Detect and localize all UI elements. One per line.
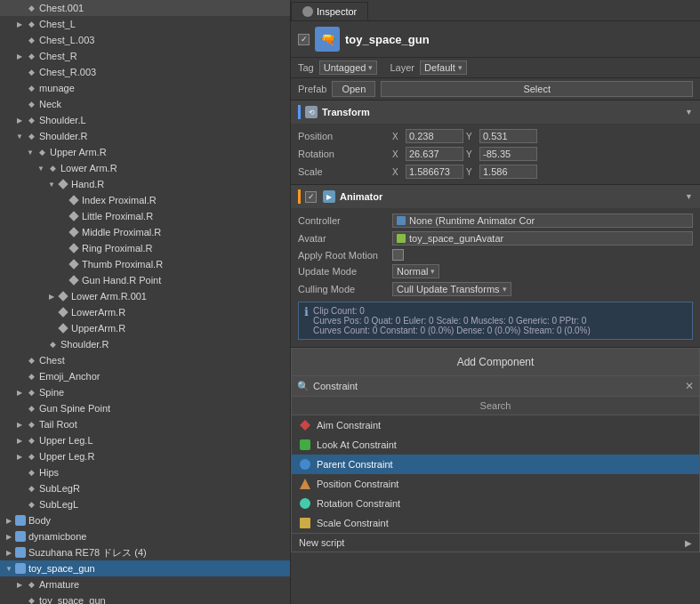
rotation-label: Rotation — [298, 149, 387, 159]
tree-item-body[interactable]: Body — [0, 512, 290, 528]
tree-item-middle_proximal_r[interactable]: Middle Proximal.R — [0, 224, 290, 240]
tree-item-index_proximal_r[interactable]: Index Proximal.R — [0, 192, 290, 208]
tree-item-upperarm_r[interactable]: UpperArm.R — [0, 320, 290, 336]
tree-item-dynamicbone[interactable]: dynamicbone — [0, 528, 290, 544]
constraint-item-scale[interactable]: Scale Constraint — [292, 513, 699, 533]
tree-item-hand_r[interactable]: Hand.R — [0, 176, 290, 192]
tree-item-toy_space_gun[interactable]: toy_space_gun — [0, 560, 290, 576]
tree-item-chest[interactable]: ◆Chest — [0, 352, 290, 368]
tree-item-shoulder_r2[interactable]: ◆Shoulder.R — [0, 336, 290, 352]
tree-item-toy_space_gun2[interactable]: ◆toy_space_gun — [0, 592, 290, 604]
constraint-label-position: Position Constraint — [317, 479, 398, 489]
tree-item-tail_root[interactable]: ◆Tail Root — [0, 416, 290, 432]
pos-x-input[interactable] — [406, 129, 463, 143]
tree-item-shoulder_l[interactable]: ◆Shoulder.L — [0, 112, 290, 128]
search-input[interactable] — [313, 381, 681, 391]
tag-layer-row: Tag Untagged Layer Default — [291, 58, 700, 78]
animator-chevron: ▼ — [685, 192, 693, 201]
tree-item-gun_hand_r[interactable]: Gun Hand.R Point — [0, 272, 290, 288]
tree-item-emoji_anchor[interactable]: ◆Emoji_Anchor — [0, 368, 290, 384]
open-button[interactable]: Open — [332, 81, 375, 97]
tree-item-hips[interactable]: ◆Hips — [0, 464, 290, 480]
tree-item-upper_arm_r[interactable]: ◆Upper Arm.R — [0, 144, 290, 160]
tree-item-neck[interactable]: ◆Neck — [0, 96, 290, 112]
tree-icon-hips: ◆ — [25, 466, 37, 479]
tree-item-thumb_proximal_r[interactable]: Thumb Proximal.R — [0, 256, 290, 272]
tree-icon-shoulder_r2: ◆ — [46, 338, 59, 350]
tree-label-little_proximal_r: Little Proximal.R — [82, 211, 153, 221]
constraint-label-rotation: Rotation Constraint — [317, 498, 400, 509]
new-script-row[interactable]: New script ▶ — [292, 533, 699, 552]
tree-item-little_proximal_r[interactable]: Little Proximal.R — [0, 208, 290, 224]
tree-item-armature[interactable]: ◆Armature — [0, 576, 290, 592]
tree-item-chest001[interactable]: ◆Chest.001 — [0, 0, 290, 16]
update-mode-dropdown[interactable]: Normal — [392, 264, 439, 278]
scale-row: Scale X Y — [298, 163, 693, 181]
culling-mode-dropdown[interactable]: Cull Update Transforms — [392, 282, 511, 296]
tree-icon-chest_r: ◆ — [25, 50, 37, 62]
select-button[interactable]: Select — [381, 81, 693, 97]
tag-label: Tag — [298, 62, 314, 73]
tree-arrow-thumb_proximal_r — [57, 259, 68, 270]
tree-item-shoulder_r[interactable]: ◆Shoulder.R — [0, 128, 290, 144]
transform-body: Position X Y Rotation X Y — [291, 124, 700, 184]
transform-header[interactable]: ⟲ Transform ▼ — [291, 101, 700, 124]
tree-arrow-chest_l — [14, 19, 25, 29]
scale-y-input[interactable] — [479, 165, 537, 179]
layer-dropdown[interactable]: Default — [420, 60, 467, 75]
prefab-label: Prefab — [298, 84, 326, 94]
rot-x-input[interactable] — [406, 147, 463, 161]
pos-y-input[interactable] — [479, 129, 537, 143]
apply-root-checkbox[interactable] — [392, 249, 404, 261]
tree-item-lowerarm_r[interactable]: LowerArm.R — [0, 304, 290, 320]
tree-item-suzuhana[interactable]: Suzuhana RE78 ドレス (4) — [0, 544, 290, 560]
tree-arrow-toy_space_gun2 — [14, 595, 25, 604]
tree-item-upper_leg_l[interactable]: ◆Upper Leg.L — [0, 432, 290, 448]
animator-header[interactable]: ▶ Animator ▼ — [291, 185, 700, 208]
tab-inspector[interactable]: Inspector — [291, 2, 368, 20]
constraint-item-rotation[interactable]: Rotation Constraint — [292, 494, 699, 513]
tree-item-chest_r[interactable]: ◆Chest_R — [0, 48, 290, 64]
tree-icon-armature: ◆ — [25, 578, 37, 591]
transform-color-bar — [298, 105, 301, 119]
rot-y-input[interactable] — [479, 147, 537, 161]
object-active-checkbox[interactable] — [298, 34, 310, 45]
position-label: Position — [298, 131, 387, 141]
tree-item-munage[interactable]: ◆munage — [0, 80, 290, 96]
avatar-field[interactable]: toy_space_gunAvatar — [392, 231, 693, 246]
tree-label-upperarm_r: UpperArm.R — [71, 323, 125, 334]
add-component-button[interactable]: Add Component — [292, 349, 699, 376]
transform-name: Transform — [322, 107, 680, 117]
constraint-item-parent[interactable]: Parent Constraint — [292, 455, 699, 474]
constraint-item-look_at[interactable]: Look At Constraint — [292, 435, 699, 455]
tree-item-chest_l[interactable]: ◆Chest_L — [0, 16, 290, 32]
tree-icon-chest: ◆ — [25, 354, 37, 366]
scale-y-label: Y — [466, 167, 477, 177]
tree-item-ring_proximal_r[interactable]: Ring Proximal.R — [0, 240, 290, 256]
tree-item-sublegr[interactable]: ◆SubLegR — [0, 480, 290, 496]
tree-item-lower_arm_r001[interactable]: Lower Arm.R.001 — [0, 288, 290, 304]
tree-icon-thumb_proximal_r — [68, 258, 80, 270]
tree-arrow-sublegl — [14, 499, 25, 510]
tree-item-sublegl[interactable]: ◆SubLegL — [0, 496, 290, 512]
scale-x-input[interactable] — [406, 165, 463, 179]
constraint-item-aim[interactable]: Aim Constraint — [292, 415, 699, 435]
tree-label-emoji_anchor: Emoji_Anchor — [39, 371, 100, 382]
tree-item-chest_r003[interactable]: ◆Chest_R.003 — [0, 64, 290, 80]
search-results-label: Search — [292, 397, 699, 415]
tree-arrow-chest — [14, 355, 25, 366]
tree-item-spine[interactable]: ◆Spine — [0, 384, 290, 400]
tree-item-lower_arm_r[interactable]: ◆Lower Arm.R — [0, 160, 290, 176]
tag-dropdown[interactable]: Untagged — [319, 60, 378, 75]
constraint-item-position[interactable]: Position Constraint — [292, 474, 699, 494]
search-clear-icon[interactable]: ✕ — [685, 380, 694, 392]
constraint-icon-scale — [299, 517, 311, 529]
controller-field[interactable]: None (Runtime Animator Cor — [392, 213, 693, 228]
animator-info-text: Clip Count: 0Curves Pos: 0 Quat: 0 Euler… — [313, 306, 591, 335]
animator-active-checkbox[interactable] — [305, 191, 317, 203]
tree-item-gun_spine[interactable]: ◆Gun Spine Point — [0, 400, 290, 416]
pos-x-label: X — [392, 132, 403, 141]
tree-item-upper_leg_r[interactable]: ◆Upper Leg.R — [0, 448, 290, 464]
tree-label-chest_l003: Chest_L.003 — [39, 35, 94, 45]
tree-item-chest_l003[interactable]: ◆Chest_L.003 — [0, 32, 290, 48]
